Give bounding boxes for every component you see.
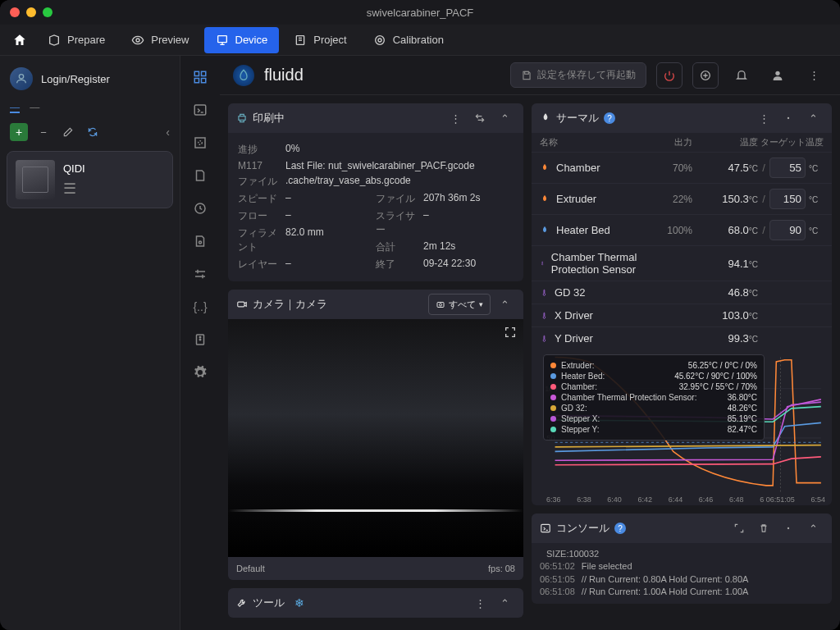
rail-tune-icon[interactable] (185, 259, 215, 289)
svg-rect-21 (239, 116, 245, 121)
rail-timelapse-icon[interactable] (185, 226, 215, 256)
sidebar-tab-2[interactable]: –– (30, 102, 39, 113)
remove-printer-button[interactable]: − (34, 123, 52, 141)
print-collapse-icon[interactable]: ⌃ (494, 107, 515, 129)
printer-name: QIDI (63, 162, 85, 175)
svg-point-25 (788, 117, 789, 119)
svg-point-14 (199, 241, 202, 244)
heater-power: 22% (651, 194, 692, 205)
top-nav: Prepare Preview Device Project Calibrati… (0, 25, 840, 56)
console-settings-icon[interactable] (778, 518, 799, 539)
collapse-sidebar[interactable]: ‹ (166, 126, 170, 139)
console-clear-icon[interactable] (753, 518, 774, 539)
svg-rect-18 (525, 71, 529, 74)
thermometer-icon (540, 258, 545, 269)
fluidd-logo-icon (233, 65, 254, 86)
thermal-settings-icon[interactable] (778, 107, 799, 129)
tools-collapse-icon[interactable]: ⌃ (494, 592, 515, 614)
nav-device[interactable]: Device (204, 27, 280, 53)
svg-rect-1 (217, 35, 226, 42)
printer-thumbnail (16, 160, 55, 199)
save-restart-label: 設定を保存して再起動 (537, 68, 636, 82)
rail-settings-icon[interactable] (185, 358, 215, 387)
edit-button[interactable] (59, 123, 77, 141)
printer-card[interactable]: QIDI ☰ (7, 151, 173, 208)
camera-default-label: Default (236, 564, 265, 573)
sensor-row: Y Driver 99.3°C (532, 326, 832, 349)
camera-fps: fps: 08 (488, 564, 515, 573)
heater-target-input[interactable] (769, 158, 806, 178)
preview-icon (131, 34, 144, 47)
save-icon (521, 70, 532, 81)
heater-target-input[interactable] (769, 189, 806, 209)
thermometer-icon (540, 287, 548, 299)
user-button[interactable] (765, 62, 791, 89)
sidebar-tabs: –– –– (7, 102, 173, 113)
heater-power: 100% (651, 225, 692, 236)
printer-menu-icon[interactable]: ☰ (63, 180, 85, 198)
console-expand-icon[interactable] (728, 518, 750, 539)
rail-console-icon[interactable] (185, 95, 215, 125)
console-output[interactable]: SIZE:10003206:51:02File selected06:51:05… (532, 543, 832, 604)
nav-prepare-label: Prepare (67, 34, 105, 46)
print-icon (236, 112, 248, 124)
add-printer-button[interactable]: + (10, 123, 28, 141)
rail-system-icon[interactable] (185, 325, 215, 354)
heater-temp: 68.0°C (692, 224, 758, 236)
print-reorder-icon[interactable] (469, 107, 491, 129)
prepare-icon (48, 34, 61, 47)
upload-button[interactable] (692, 62, 719, 89)
camera-icon (236, 299, 248, 310)
traffic-lights (10, 7, 52, 17)
close-window[interactable] (10, 7, 20, 17)
rail-history-icon[interactable] (185, 194, 215, 223)
console-collapse-icon[interactable]: ⌃ (802, 518, 824, 539)
console-icon (540, 523, 551, 534)
nav-project[interactable]: Project (282, 27, 358, 53)
nav-prepare[interactable]: Prepare (36, 27, 116, 53)
nav-calibration[interactable]: Calibration (362, 27, 455, 53)
thermal-collapse-icon[interactable]: ⌃ (802, 107, 824, 129)
fluidd-main: fluidd 設定を保存して再起動 ⋮ (220, 56, 840, 630)
svg-point-17 (199, 339, 201, 340)
camera-all-button[interactable]: すべて ▾ (428, 294, 491, 315)
nav-calibration-label: Calibration (393, 34, 444, 46)
camera-small-icon (436, 299, 445, 309)
camera-collapse-icon[interactable]: ⌃ (494, 294, 515, 315)
sensor-row: GD 32 46.8°C (532, 281, 832, 304)
rail-jobs-icon[interactable] (185, 161, 215, 190)
nav-preview[interactable]: Preview (120, 27, 200, 53)
svg-rect-22 (238, 302, 244, 307)
help-icon[interactable]: ? (604, 112, 615, 124)
rail-dashboard[interactable] (185, 62, 215, 92)
minimize-window[interactable] (26, 7, 36, 17)
save-restart-button[interactable]: 設定を保存して再起動 (510, 62, 646, 88)
titlebar: swivelcarabiner_PACF (0, 0, 840, 25)
heater-target-input[interactable] (769, 220, 806, 240)
sidebar-tab-1[interactable]: –– (10, 102, 20, 113)
snowflake-icon[interactable]: ❄ (294, 596, 304, 609)
help-icon[interactable]: ? (614, 523, 626, 534)
thermal-chart[interactable]: Extruder:56.25°C / 0°C / 0%Heater Bed:45… (532, 349, 832, 505)
flame-icon (540, 226, 550, 235)
tools-more-icon[interactable]: ⋮ (469, 592, 491, 614)
rail-gcode-icon[interactable] (185, 128, 215, 158)
rail-config-icon[interactable]: {..} (185, 292, 215, 322)
refresh-button[interactable] (84, 123, 102, 141)
more-button[interactable]: ⋮ (801, 62, 827, 89)
fullscreen-icon[interactable] (504, 326, 517, 341)
tools-title: ツール ❄ (236, 596, 304, 610)
sidebar-actions: + − ‹ (7, 120, 173, 144)
maximize-window[interactable] (43, 7, 52, 17)
home-button[interactable] (7, 27, 33, 53)
svg-rect-11 (195, 138, 205, 148)
thermal-more-icon[interactable]: ⋮ (753, 107, 774, 129)
svg-point-0 (136, 39, 139, 42)
notifications-button[interactable] (728, 62, 755, 89)
power-button[interactable] (656, 62, 682, 89)
print-more-icon[interactable]: ⋮ (445, 107, 466, 129)
heater-temp: 47.5°C (692, 162, 758, 174)
sensor-temp: 94.1°C (692, 258, 758, 270)
login-register[interactable]: Login/Register (7, 62, 173, 95)
camera-view[interactable] (228, 319, 523, 557)
